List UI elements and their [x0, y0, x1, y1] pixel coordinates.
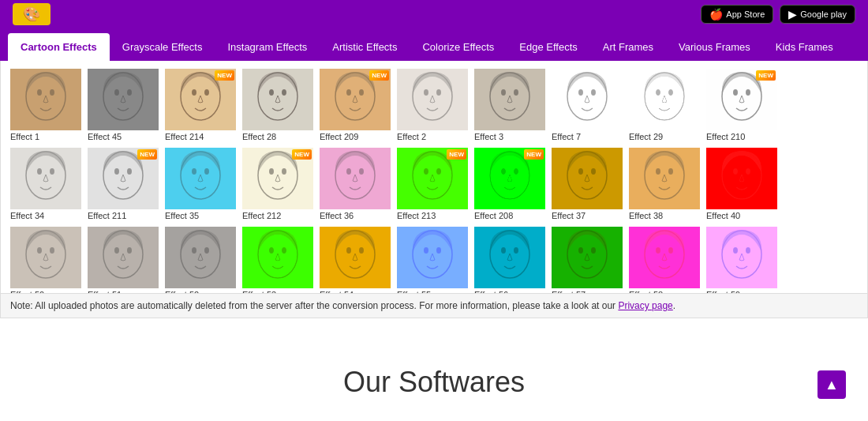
svg-point-80: [514, 247, 518, 254]
svg-point-76: [424, 247, 428, 254]
effect-item-e50[interactable]: Effect 50: [10, 227, 81, 294]
svg-point-50: [514, 168, 518, 175]
privacy-link[interactable]: Privacy page: [618, 300, 672, 311]
effects-row-0: Effect 1Effect 45NEWEffect 214Effect 28N…: [7, 67, 861, 143]
effect-item-e34[interactable]: Effect 34: [10, 148, 81, 220]
note-suffix: .: [673, 300, 675, 311]
effect-label-e53: Effect 53: [242, 290, 276, 294]
effect-thumb-e36: [320, 148, 391, 209]
effect-item-e56[interactable]: Effect 56: [474, 227, 545, 294]
tab-colorize[interactable]: Colorize Effects: [410, 33, 507, 61]
effect-label-e212: Effect 212: [242, 211, 281, 220]
svg-point-67: [192, 247, 196, 254]
effect-item-e59[interactable]: Effect 59: [706, 227, 777, 294]
effect-image-e1: [10, 69, 81, 130]
effects-grid: Effect 1Effect 45NEWEffect 214Effect 28N…: [0, 61, 868, 294]
effect-label-e57: Effect 57: [552, 290, 586, 294]
effect-thumb-e59: [706, 227, 777, 288]
tab-instagram[interactable]: Instagram Effects: [215, 33, 320, 61]
effect-thumb-e40: [706, 148, 777, 209]
effect-item-e208[interactable]: NEWEffect 208: [474, 148, 545, 220]
tab-art-frames[interactable]: Art Frames: [590, 33, 666, 61]
effect-item-e2[interactable]: Effect 2: [397, 69, 468, 141]
effect-item-e36[interactable]: Effect 36: [320, 148, 391, 220]
effect-label-e58: Effect 58: [629, 290, 663, 294]
effect-item-e52[interactable]: Effect 52: [165, 227, 236, 294]
svg-point-25: [656, 89, 660, 96]
effect-image-e56: [474, 227, 545, 288]
tab-artistic[interactable]: Artistic Effects: [320, 33, 410, 61]
effect-item-e35[interactable]: Effect 35: [165, 148, 236, 220]
effect-item-e212[interactable]: NEWEffect 212: [242, 148, 313, 220]
effects-row-2: Effect 50Effect 51Effect 52Effect 53Effe…: [7, 225, 861, 294]
effect-item-e7[interactable]: Effect 7: [552, 69, 623, 141]
svg-point-62: [50, 247, 54, 254]
effect-thumb-e211: NEW: [88, 148, 159, 209]
effect-image-e40: [706, 148, 777, 209]
svg-point-49: [501, 168, 506, 175]
tab-grayscale[interactable]: Grayscale Effects: [110, 33, 215, 61]
effect-thumb-e210: NEW: [706, 69, 777, 130]
effect-label-e45: Effect 45: [88, 132, 122, 141]
play-icon: ▶: [788, 8, 797, 21]
scroll-top-button[interactable]: ▲: [817, 370, 846, 399]
app-store-button[interactable]: 🍎 App Store: [701, 5, 773, 24]
effect-label-e50: Effect 50: [10, 290, 44, 294]
svg-point-2: [50, 89, 54, 96]
effect-label-e52: Effect 52: [165, 290, 199, 294]
tab-various-frames[interactable]: Various Frames: [666, 33, 763, 61]
effect-item-e55[interactable]: Effect 55: [397, 227, 468, 294]
effect-item-e40[interactable]: Effect 40: [706, 148, 777, 220]
effect-label-e56: Effect 56: [474, 290, 508, 294]
effect-label-e28: Effect 28: [242, 132, 276, 141]
effect-item-e37[interactable]: Effect 37: [552, 148, 623, 220]
effect-item-e29[interactable]: Effect 29: [629, 69, 700, 141]
effect-item-e51[interactable]: Effect 51: [88, 227, 159, 294]
svg-point-73: [346, 247, 351, 254]
effect-item-e3[interactable]: Effect 3: [474, 69, 545, 141]
effect-item-e211[interactable]: NEWEffect 211: [88, 148, 159, 220]
svg-point-55: [656, 168, 660, 175]
effect-label-e59: Effect 59: [706, 290, 740, 294]
apple-icon: 🍎: [709, 8, 723, 21]
effect-label-e55: Effect 55: [397, 290, 431, 294]
svg-point-19: [501, 89, 506, 96]
effect-item-e1[interactable]: Effect 1: [10, 69, 81, 141]
svg-point-41: [282, 168, 286, 175]
effect-item-e58[interactable]: Effect 58: [629, 227, 700, 294]
effect-item-e45[interactable]: Effect 45: [88, 69, 159, 141]
tab-kids-frames[interactable]: Kids Frames: [763, 33, 846, 61]
effect-item-e213[interactable]: NEWEffect 213: [397, 148, 468, 220]
effect-item-e57[interactable]: Effect 57: [552, 227, 623, 294]
effect-item-e210[interactable]: NEWEffect 210: [706, 69, 777, 141]
effect-item-e209[interactable]: NEWEffect 209: [320, 69, 391, 141]
effect-item-e28[interactable]: Effect 28: [242, 69, 313, 141]
svg-point-79: [501, 247, 506, 254]
effect-label-e211: Effect 211: [88, 211, 126, 220]
effect-thumb-e212: NEW: [242, 148, 313, 209]
effect-thumb-e57: [552, 227, 623, 288]
effects-row-1: Effect 34NEWEffect 211Effect 35NEWEffect…: [7, 146, 861, 222]
svg-point-85: [656, 247, 660, 254]
effect-thumb-e208: NEW: [474, 148, 545, 209]
google-play-label: Google play: [800, 9, 847, 19]
effect-item-e54[interactable]: Effect 54: [320, 227, 391, 294]
tab-cartoon[interactable]: Cartoon Effects: [8, 33, 110, 61]
effect-image-e53: [242, 227, 313, 288]
effect-item-e214[interactable]: NEWEffect 214: [165, 69, 236, 141]
svg-point-5: [127, 89, 132, 96]
effect-item-e53[interactable]: Effect 53: [242, 227, 313, 294]
svg-point-28: [733, 89, 738, 96]
effect-label-e36: Effect 36: [320, 211, 354, 220]
effect-thumb-e58: [629, 227, 700, 288]
tab-edge[interactable]: Edge Effects: [507, 33, 589, 61]
svg-point-40: [269, 168, 274, 175]
svg-point-58: [733, 168, 738, 175]
effect-image-e7: [552, 69, 623, 130]
svg-point-8: [204, 89, 209, 96]
scroll-top-icon: ▲: [825, 377, 839, 393]
effect-item-e38[interactable]: Effect 38: [629, 148, 700, 220]
effect-image-e45: [88, 69, 159, 130]
effect-thumb-e35: [165, 148, 236, 209]
google-play-button[interactable]: ▶ Google play: [780, 5, 855, 24]
